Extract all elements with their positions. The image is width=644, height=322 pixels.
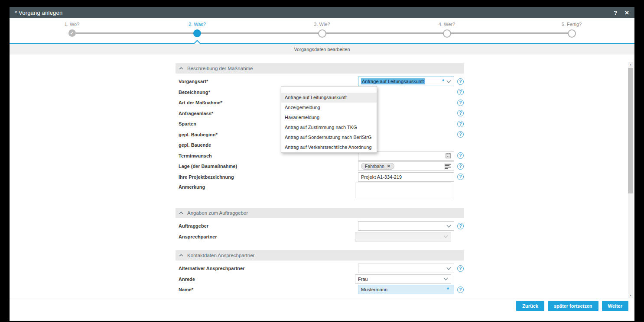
section-header-auftraggeber[interactable]: Angaben zum Auftraggeber [176,208,464,218]
scrollbar-thumb[interactable] [628,68,633,193]
help-icon[interactable]: ? [457,174,464,180]
field-label: Lage (der Baumaßnahme) [179,164,358,169]
field-label: Ihre Projektbezeichnung [179,174,358,180]
form-row-name: Name* Mustermann * ? [176,285,464,294]
vorgangsart-dropdown-list: Anfrage auf Leitungsauskunft Anzeigemeld… [281,86,377,153]
step-todo-circle[interactable] [568,29,576,38]
collapse-chevron-icon [179,67,183,70]
dropdown-option[interactable]: Anzeigemeldung [281,103,377,113]
step-label: 3. Wie? [314,22,330,28]
form-row-lage: Lage (der Baumaßnahme) Fahrbahn ✕ [176,161,464,171]
dropdown-option[interactable]: Antrag auf Verkehrsrechtliche Anordnung [281,142,377,152]
selected-value: Frau [358,277,368,282]
vertical-scrollbar[interactable]: ▲ ▼ [628,62,633,298]
continue-later-button[interactable]: später fortsetzen [548,301,598,311]
form-row-anmerkung: Anmerkung [176,183,464,198]
chevron-down-icon [446,267,451,270]
step-4-wer[interactable]: 4. Wer? [416,22,477,38]
vorgang-anlegen-dialog: * Vorgang anlegen ? ✕ 1. Wo? ✓ 2. Was? 3… [10,7,634,321]
help-icon[interactable]: ? [457,121,464,127]
titlebar-help-icon[interactable]: ? [614,10,617,16]
step-label: 2. Was? [189,22,206,28]
chip-remove-icon[interactable]: ✕ [387,164,390,168]
step-todo-circle[interactable] [443,29,451,38]
form-row-anrede: Anrede Frau [176,274,464,284]
step-2-was[interactable]: 2. Was? [167,22,228,37]
scrollbar-up-icon[interactable]: ▲ [628,62,633,67]
step-label: 4. Wer? [439,22,455,28]
chevron-down-icon [446,225,451,228]
section-title: Beschreibung der Maßnahme [187,66,253,71]
fahrbahn-chip[interactable]: Fahrbahn ✕ [361,163,394,170]
help-icon[interactable]: ? [457,265,464,272]
step-label: 5. Fertig? [562,22,582,28]
field-label: Anrede [179,277,355,282]
list-select-icon[interactable] [445,164,451,169]
required-asterisk: * [442,78,444,84]
form-row-alternativer-ansprechpartner: Alternativer Ansprechpartner ? [176,264,464,273]
alternativer-ansprechpartner-select[interactable] [358,264,454,273]
chevron-down-icon [443,277,448,280]
subheader-title: Vorgangsdaten bearbeiten [294,47,350,52]
anrede-select[interactable]: Frau [355,274,451,284]
collapse-chevron-icon [179,212,183,214]
field-label: Anmerkung [179,184,355,190]
help-icon[interactable]: ? [457,223,464,229]
field-label: Alternativer Ansprechpartner [179,266,358,271]
collapse-chevron-icon [179,254,183,257]
name-input[interactable]: Mustermann * [358,285,454,294]
help-icon[interactable]: ? [457,100,464,106]
auftraggeber-select[interactable] [358,221,454,231]
help-icon[interactable]: ? [457,287,464,293]
vorgangsart-select[interactable]: Anfrage auf Leitungsauskunft * [358,77,454,86]
dropdown-option[interactable]: Antrag auf Sondernutzung nach BerlStrG [281,132,377,142]
wizard-step-bar: 1. Wo? ✓ 2. Was? 3. Wie? 4. Wer? 5. Fert… [10,18,634,43]
titlebar-close-icon[interactable]: ✕ [624,10,629,16]
section-title: Kontaktdaten Ansprechpartner [187,253,254,258]
step-1-wo[interactable]: 1. Wo? ✓ [42,22,102,37]
help-icon[interactable]: ? [457,131,464,138]
ansprechpartner-select-disabled [355,232,451,242]
step-5-fertig[interactable]: 5. Fertig? [541,22,602,38]
chevron-down-icon [443,235,448,238]
field-label: Ansprechpartner [179,234,355,239]
back-button[interactable]: Zurück [516,301,544,311]
help-icon[interactable]: ? [457,152,464,159]
step-active-circle[interactable] [193,29,201,37]
next-button[interactable]: Weiter [602,301,628,311]
field-label: Vorgangsart* [179,79,358,84]
dropdown-option-blank[interactable] [281,87,377,93]
scrollbar-down-icon[interactable]: ▼ [628,293,633,298]
help-icon[interactable]: ? [457,110,464,116]
dialog-footer: Zurück später fortsetzen Weiter [10,299,634,321]
section-title: Angaben zum Auftraggeber [187,210,248,216]
help-icon[interactable]: ? [457,163,464,170]
dropdown-option[interactable]: Antrag auf Zustimmung nach TKG [281,122,377,132]
subheader-bar: Vorgangsdaten bearbeiten [10,44,634,55]
anmerkung-textarea[interactable] [355,183,451,198]
section-header-kontaktdaten[interactable]: Kontaktdaten Ansprechpartner [176,250,464,261]
field-label: Auftraggeber [179,223,358,229]
field-value: Projekt A1-334-219 [361,174,402,180]
field-label: Name* [179,287,358,292]
step-done-check-icon[interactable]: ✓ [68,29,76,37]
calendar-icon[interactable] [446,153,451,158]
dropdown-option[interactable]: Havariemeldung [281,113,377,122]
projektbezeichnung-input[interactable]: Projekt A1-334-219 [358,172,454,182]
selected-value: Anfrage auf Leitungsauskunft [361,78,425,84]
help-icon[interactable]: ? [457,78,464,85]
dialog-titlebar: * Vorgang anlegen ? ✕ [10,7,634,18]
step-3-wie[interactable]: 3. Wie? [292,22,352,38]
form-row-ansprechpartner: Ansprechpartner [176,232,464,242]
dropdown-option[interactable]: Anfrage auf Leitungsauskunft [281,93,377,103]
form-row-auftraggeber: Auftraggeber ? [176,221,464,231]
dialog-title: * Vorgang anlegen [15,10,62,16]
field-label: Terminwunsch [179,153,358,158]
step-todo-circle[interactable] [318,29,326,38]
required-asterisk: * [447,287,449,293]
titlebar-actions: ? ✕ [614,10,629,16]
lage-input[interactable]: Fahrbahn ✕ [358,161,454,171]
section-header-beschreibung[interactable]: Beschreibung der Maßnahme [176,63,464,74]
active-step-caret-fill [195,41,200,44]
help-icon[interactable]: ? [457,89,464,95]
